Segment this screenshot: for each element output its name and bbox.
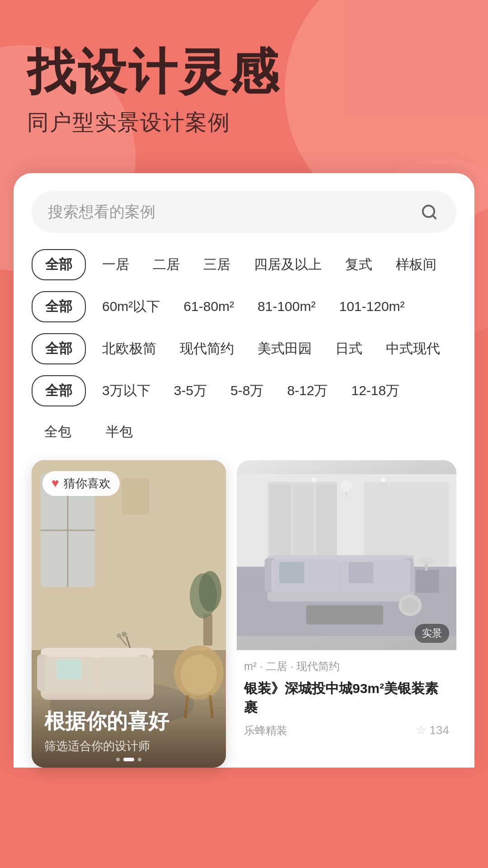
recommendation-card[interactable]: ♥ 猜你喜欢 根据你的喜好 筛选适合你的设计师 xyxy=(32,460,226,768)
svg-rect-6 xyxy=(122,478,149,514)
project-tags: m² · 二居 · 现代简约 xyxy=(244,659,449,674)
filter-all-budget[interactable]: 全部 xyxy=(32,375,86,406)
filter-nordic[interactable]: 北欧极简 xyxy=(95,334,164,363)
filter-12-18w[interactable]: 12-18万 xyxy=(344,376,407,406)
main-card: 搜索想看的案例 全部 一居 二居 三居 四居及以上 复式 样板间 全部 60m²… xyxy=(14,173,474,768)
realshot-badge: 实景 xyxy=(415,624,449,643)
filter-all-room[interactable]: 全部 xyxy=(32,249,86,280)
dot-1 xyxy=(116,758,120,761)
svg-rect-31 xyxy=(203,614,212,646)
filter-japanese[interactable]: 日式 xyxy=(328,334,370,363)
filter-61-80sqm[interactable]: 61-80m² xyxy=(176,293,241,320)
search-bar[interactable]: 搜索想看的案例 xyxy=(32,191,456,233)
svg-point-35 xyxy=(341,480,352,492)
search-placeholder-text: 搜索想看的案例 xyxy=(48,202,418,222)
svg-point-19 xyxy=(117,633,121,638)
recommend-badge: ♥ 猜你喜欢 xyxy=(42,471,120,496)
filter-3-5w[interactable]: 3-5万 xyxy=(167,376,214,406)
card-text-overlay: 根据你的喜好 筛选适合你的设计师 xyxy=(32,691,226,768)
card-sub-title: 筛选适合你的设计师 xyxy=(44,738,213,754)
svg-rect-38 xyxy=(270,484,291,564)
search-icon[interactable] xyxy=(418,201,440,223)
filter-american[interactable]: 美式田园 xyxy=(250,334,319,363)
svg-line-1 xyxy=(432,215,436,218)
filter-duplex[interactable]: 复式 xyxy=(338,250,380,279)
card-main-title: 根据你的喜好 xyxy=(44,709,213,734)
project-likes: ☆ 134 xyxy=(416,723,449,737)
dot-2 xyxy=(123,758,134,761)
filter-81-100sqm[interactable]: 81-100m² xyxy=(250,293,323,320)
filter-under-3w[interactable]: 3万以下 xyxy=(95,376,158,406)
filter-8-12w[interactable]: 8-12万 xyxy=(280,376,335,406)
svg-point-28 xyxy=(181,655,217,695)
svg-rect-53 xyxy=(279,562,304,583)
svg-rect-21 xyxy=(41,648,154,658)
svg-rect-25 xyxy=(99,657,148,691)
star-icon: ☆ xyxy=(416,723,426,737)
svg-point-57 xyxy=(418,557,434,565)
filter-101-120sqm[interactable]: 101-120m² xyxy=(332,293,412,320)
filter-half-package[interactable]: 半包 xyxy=(93,417,145,447)
svg-rect-40 xyxy=(316,484,337,564)
heart-icon: ♥ xyxy=(52,476,59,491)
filter-3room[interactable]: 三居 xyxy=(196,250,238,279)
likes-count: 134 xyxy=(430,723,449,737)
filter-all-style[interactable]: 全部 xyxy=(32,333,86,364)
dot-3 xyxy=(138,758,141,761)
filter-all-area[interactable]: 全部 xyxy=(32,291,86,322)
card-dots-indicator xyxy=(116,758,141,761)
svg-point-42 xyxy=(311,477,316,482)
hero-title: 找设计灵感 xyxy=(27,45,461,99)
filter-showroom[interactable]: 样板间 xyxy=(389,250,444,279)
hero-subtitle: 同户型实景设计案例 xyxy=(27,108,461,137)
filter-5-8w[interactable]: 5-8万 xyxy=(223,376,271,406)
project-card-info: m² · 二居 · 现代简约 银装》深城投中城93m²美银装素裹 乐蜂精装 ☆ … xyxy=(237,650,456,745)
svg-rect-39 xyxy=(293,484,314,564)
svg-rect-41 xyxy=(364,482,449,567)
filter-4room[interactable]: 四居及以上 xyxy=(247,250,329,279)
filter-chinese-modern[interactable]: 中式现代 xyxy=(379,334,447,363)
project-card-image: 实景 xyxy=(237,460,456,650)
svg-rect-58 xyxy=(306,605,383,625)
badge-label: 猜你喜欢 xyxy=(64,476,111,491)
filter-row-area: 全部 60m²以下 61-80m² 81-100m² 101-120m² xyxy=(32,291,456,322)
filter-row-budget: 全部 3万以下 3-5万 5-8万 8-12万 12-18万 xyxy=(32,375,456,406)
svg-point-43 xyxy=(381,477,385,482)
project-author: 乐蜂精装 xyxy=(244,723,287,738)
content-area: ♥ 猜你喜欢 根据你的喜好 筛选适合你的设计师 xyxy=(32,460,456,768)
filter-2room[interactable]: 二居 xyxy=(145,250,187,279)
filter-modern[interactable]: 现代简约 xyxy=(173,334,241,363)
svg-rect-26 xyxy=(56,659,81,679)
filter-60sqm[interactable]: 60m²以下 xyxy=(95,292,167,321)
project-card[interactable]: 实景 m² · 二居 · 现代简约 银装》深城投中城93m²美银装素裹 乐蜂精装… xyxy=(237,460,456,768)
svg-rect-55 xyxy=(416,570,439,593)
svg-point-60 xyxy=(402,598,419,613)
filter-row-style: 全部 北欧极简 现代简约 美式田园 日式 中式现代 xyxy=(32,333,456,364)
project-title: 银装》深城投中城93m²美银装素裹 xyxy=(244,679,449,717)
filter-row-package: 全包 半包 xyxy=(32,417,456,447)
filter-1room[interactable]: 一居 xyxy=(95,250,136,279)
filter-row-room-type: 全部 一居 二居 三居 四居及以上 复式 样板间 xyxy=(32,249,456,280)
svg-point-18 xyxy=(122,632,127,637)
svg-point-33 xyxy=(199,571,221,612)
project-footer: 乐蜂精装 ☆ 134 xyxy=(244,723,449,738)
svg-rect-54 xyxy=(348,562,373,583)
hero-section: 找设计灵感 同户型实景设计案例 xyxy=(0,0,488,155)
filter-full-package[interactable]: 全包 xyxy=(32,417,84,447)
